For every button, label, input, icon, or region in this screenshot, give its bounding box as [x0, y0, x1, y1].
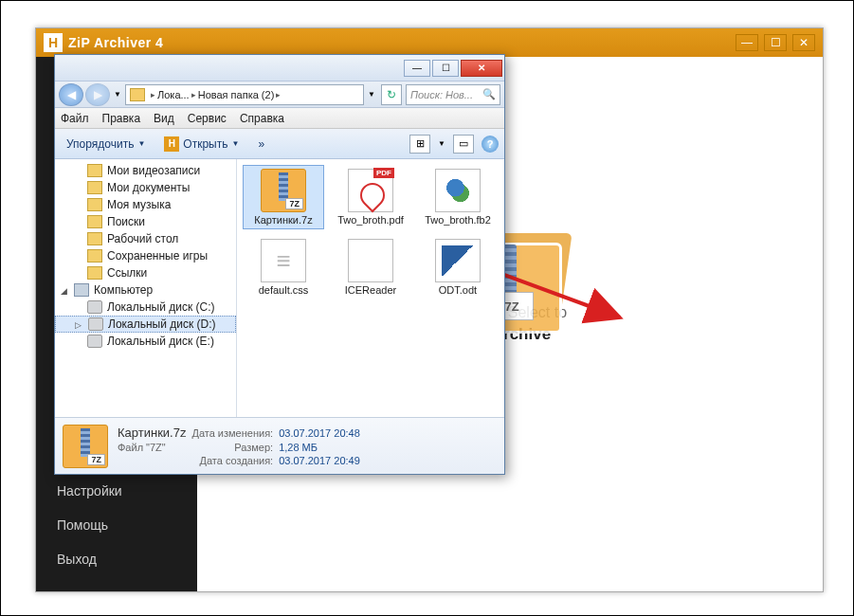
file-label: ICEReader	[345, 284, 396, 296]
tree-item[interactable]: Ссылки	[55, 264, 236, 281]
file-item[interactable]: Two_broth.pdf	[330, 165, 411, 229]
folder-icon	[87, 266, 102, 280]
folder-icon	[130, 88, 145, 101]
nav-back-button[interactable]: ◀	[59, 83, 83, 106]
zip-minimize-button[interactable]: —	[736, 34, 758, 51]
file-label: Two_broth.fb2	[425, 214, 491, 226]
folder-icon	[87, 164, 102, 177]
breadcrumb-seg-1[interactable]: Новая папка (2)	[198, 89, 275, 100]
tree-item-label: Моя музыка	[107, 198, 171, 211]
tree-item[interactable]: Мои видеозаписи	[55, 162, 236, 179]
nav-forward-button[interactable]: ▶	[85, 83, 110, 106]
file-item[interactable]: default.css	[243, 235, 324, 299]
open-label: Открыть	[183, 137, 227, 151]
drive-icon	[87, 335, 102, 348]
chevron-down-icon: ▼	[231, 139, 239, 148]
tree-item-label: Поиски	[107, 215, 145, 228]
open-button[interactable]: H Открыть ▼	[158, 135, 245, 154]
tree-item[interactable]: Локальный диск (E:)	[55, 333, 236, 350]
tree-item[interactable]: ▷Локальный диск (D:)	[55, 316, 236, 333]
breadcrumb[interactable]: ▸ Лока... ▸ Новая папка (2) ▸	[125, 84, 364, 105]
chevron-right-icon: ▸	[151, 90, 155, 100]
chevron-right-icon: ▸	[191, 90, 196, 100]
search-placeholder: Поиск: Нов...	[410, 89, 473, 100]
tree-item[interactable]: Сохраненные игры	[55, 247, 236, 264]
sidebar-help[interactable]: Помощь	[36, 508, 197, 542]
tree-item-label: Рабочий стол	[107, 232, 178, 245]
organize-label: Упорядочить	[66, 137, 134, 151]
expander-icon[interactable]: ▷	[75, 320, 83, 329]
pdf-icon	[348, 169, 393, 212]
zip-close-button[interactable]: ✕	[792, 34, 815, 51]
tree-item[interactable]: Моя музыка	[55, 196, 236, 213]
explorer-maximize-button[interactable]: ☐	[432, 60, 459, 77]
folder-icon	[87, 181, 102, 194]
nav-history-dropdown[interactable]: ▼	[112, 83, 123, 106]
toolbar-overflow[interactable]: »	[252, 136, 270, 153]
file-item[interactable]: Two_broth.fb2	[417, 165, 499, 229]
refresh-button[interactable]: ↻	[381, 84, 402, 105]
details-filetype: Файл "7Z"	[118, 442, 186, 453]
tree-item-label: Локальный диск (D:)	[108, 317, 216, 331]
odt-icon	[435, 239, 481, 282]
details-created-label: Дата создания:	[191, 455, 273, 466]
menu-file[interactable]: Файл	[61, 112, 89, 125]
folder-icon	[87, 232, 102, 245]
details-file-icon	[63, 425, 108, 468]
drive-icon	[88, 317, 103, 331]
details-created-value: 03.07.2017 20:49	[279, 455, 360, 466]
tree-item[interactable]: ◢Компьютер	[55, 281, 236, 299]
fb2-icon	[435, 169, 481, 212]
explorer-window: — ☐ ✕ ◀ ▶ ▼ ▸ Лока... ▸ Новая папка (2) …	[54, 54, 505, 475]
file-label: default.css	[259, 284, 309, 296]
file-item[interactable]: ODT.odt	[417, 235, 499, 299]
tree-item-label: Ссылки	[107, 266, 147, 280]
file-label: Картинки.7z	[254, 214, 312, 226]
organize-button[interactable]: Упорядочить ▼	[61, 136, 151, 153]
drive-icon	[87, 300, 102, 314]
search-icon: 🔍	[482, 88, 496, 100]
tree-item[interactable]: Мои документы	[55, 179, 236, 196]
breadcrumb-dropdown[interactable]: ▼	[366, 83, 377, 106]
tree-item-label: Мои видеозаписи	[107, 164, 200, 177]
breadcrumb-seg-0[interactable]: Лока...	[157, 89, 190, 100]
view-mode-button[interactable]: ⊞	[409, 135, 430, 154]
tree-item-label: Локальный диск (E:)	[107, 335, 214, 348]
tree-item-label: Локальный диск (C:)	[107, 300, 215, 314]
explorer-minimize-button[interactable]: —	[404, 60, 430, 77]
file-item[interactable]: ICEReader	[330, 235, 411, 299]
menu-help[interactable]: Справка	[240, 112, 284, 125]
explorer-close-button[interactable]: ✕	[461, 60, 502, 77]
menu-edit[interactable]: Правка	[102, 112, 141, 125]
tree-item[interactable]: Локальный диск (C:)	[55, 299, 236, 316]
search-input[interactable]: Поиск: Нов... 🔍	[406, 84, 500, 105]
expander-icon[interactable]: ◢	[61, 286, 69, 295]
details-size-label: Размер:	[191, 442, 273, 453]
sevenz-icon	[261, 169, 306, 212]
explorer-toolbar: Упорядочить ▼ H Открыть ▼ » ⊞ ▼ ▭ ?	[55, 129, 504, 159]
details-mod-value: 03.07.2017 20:48	[279, 427, 360, 439]
help-button[interactable]: ?	[482, 136, 499, 153]
sidebar-settings[interactable]: Настройки	[36, 474, 197, 508]
folder-icon	[87, 198, 102, 211]
tree-item[interactable]: Рабочий стол	[55, 230, 236, 247]
explorer-titlebar[interactable]: — ☐ ✕	[55, 55, 504, 82]
zip-maximize-button[interactable]: ☐	[764, 34, 787, 51]
comp-icon	[74, 283, 89, 297]
tree-item-label: Компьютер	[94, 283, 153, 297]
menu-view[interactable]: Вид	[154, 112, 174, 125]
generic-icon	[348, 239, 393, 282]
tree-item-label: Сохраненные игры	[107, 249, 208, 263]
zip-title: ZiP Archiver 4	[68, 35, 163, 50]
details-filename: Картинки.7z	[118, 426, 186, 440]
folder-tree[interactable]: Мои видеозаписиМои документыМоя музыкаПо…	[55, 159, 237, 417]
chevron-right-icon: ▸	[276, 90, 281, 100]
tree-item[interactable]: Поиски	[55, 213, 236, 230]
menu-tools[interactable]: Сервис	[188, 112, 227, 125]
chevron-down-icon: ▼	[137, 139, 145, 148]
file-pane[interactable]: Картинки.7zTwo_broth.pdfTwo_broth.fb2def…	[237, 159, 504, 417]
sidebar-exit[interactable]: Выход	[36, 542, 197, 576]
preview-pane-button[interactable]: ▭	[453, 135, 474, 154]
file-item[interactable]: Картинки.7z	[243, 165, 324, 229]
chevron-down-icon[interactable]: ▼	[438, 139, 445, 148]
